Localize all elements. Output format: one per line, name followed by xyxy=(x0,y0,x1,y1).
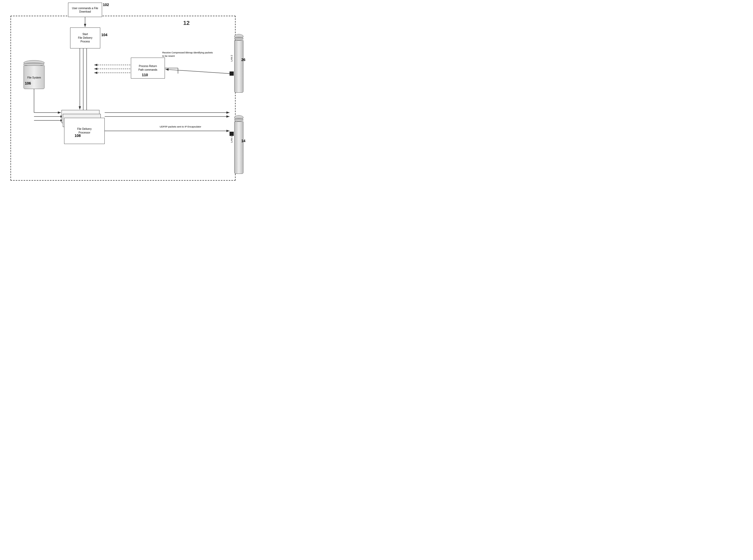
user-commands-box: User commands a File Download xyxy=(68,3,102,17)
file-delivery-processor-box: File DeliveryProcessor xyxy=(64,118,105,144)
diagram-container: 12 User commands a File Download 102 Sta… xyxy=(0,0,251,187)
user-commands-text: User commands a File Download xyxy=(68,6,102,13)
start-fdp-text: StartFile DeliveryProcess xyxy=(78,33,93,43)
connector-lan2 xyxy=(229,72,234,76)
label-lan1: LAN 1 xyxy=(230,136,233,143)
outer-dashed-box xyxy=(11,16,236,181)
label-102: 102 xyxy=(103,3,109,7)
label-108: 108 xyxy=(75,134,81,138)
label-26: 26 xyxy=(241,58,245,62)
label-110: 110 xyxy=(142,73,148,77)
prp-text: Process ReturnPath commands xyxy=(139,64,157,72)
file-system-label: File System xyxy=(23,76,45,79)
label-104: 104 xyxy=(101,33,107,37)
connector-lan1 xyxy=(229,132,234,136)
label-12: 12 xyxy=(183,20,189,26)
lan2-cylinder xyxy=(234,34,243,93)
label-106: 106 xyxy=(25,81,31,85)
label-14: 14 xyxy=(241,139,245,143)
udp-label: UDP/IP packets sent to IP Encapsulator xyxy=(160,125,201,128)
lan1-cylinder xyxy=(234,115,243,174)
start-fdp-box: StartFile DeliveryProcess xyxy=(70,27,100,48)
receive-compressed-bitmap-label: Receive Compressed Bitmap identifying pa… xyxy=(162,51,215,58)
label-lan2: LAN 2 xyxy=(230,55,233,61)
